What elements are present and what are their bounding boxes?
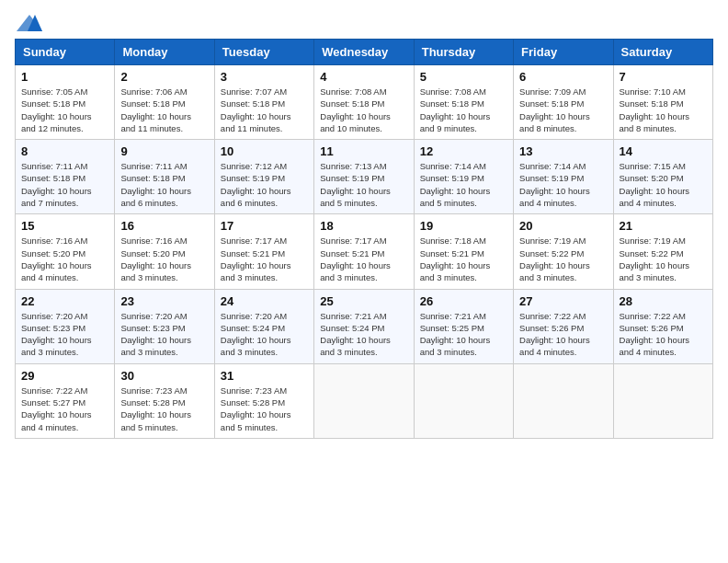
day-number: 15 — [21, 219, 108, 233]
day-number: 8 — [21, 144, 108, 158]
calendar-day-cell: 21Sunrise: 7:19 AM Sunset: 5:22 PM Dayli… — [613, 214, 712, 289]
calendar-day-cell: 17Sunrise: 7:17 AM Sunset: 5:21 PM Dayli… — [214, 214, 313, 289]
day-info: Sunrise: 7:15 AM Sunset: 5:20 PM Dayligh… — [620, 160, 707, 209]
day-info: Sunrise: 7:10 AM Sunset: 5:18 PM Dayligh… — [620, 86, 707, 134]
calendar-day-cell — [514, 363, 613, 438]
day-info: Sunrise: 7:23 AM Sunset: 5:28 PM Dayligh… — [120, 385, 208, 433]
calendar-day-cell: 27Sunrise: 7:22 AM Sunset: 5:26 PM Dayli… — [514, 289, 613, 363]
calendar-day-cell: 5Sunrise: 7:08 AM Sunset: 5:18 PM Daylig… — [414, 65, 513, 140]
calendar-day-cell: 3Sunrise: 7:07 AM Sunset: 5:18 PM Daylig… — [214, 65, 313, 140]
day-number: 5 — [420, 70, 507, 84]
calendar-header-row: SundayMondayTuesdayWednesdayThursdayFrid… — [16, 40, 713, 65]
logo — [15, 15, 42, 31]
calendar-day-cell: 25Sunrise: 7:21 AM Sunset: 5:24 PM Dayli… — [314, 289, 414, 363]
calendar-day-cell: 26Sunrise: 7:21 AM Sunset: 5:25 PM Dayli… — [414, 289, 513, 363]
day-number: 13 — [519, 144, 607, 158]
day-info: Sunrise: 7:16 AM Sunset: 5:20 PM Dayligh… — [21, 235, 108, 283]
calendar-day-cell: 10Sunrise: 7:12 AM Sunset: 5:19 PM Dayli… — [214, 140, 313, 214]
day-info: Sunrise: 7:05 AM Sunset: 5:18 PM Dayligh… — [21, 86, 108, 134]
calendar-day-cell: 4Sunrise: 7:08 AM Sunset: 5:18 PM Daylig… — [314, 65, 414, 140]
day-info: Sunrise: 7:06 AM Sunset: 5:18 PM Dayligh… — [120, 86, 208, 134]
calendar-day-cell: 2Sunrise: 7:06 AM Sunset: 5:18 PM Daylig… — [115, 65, 214, 140]
day-info: Sunrise: 7:21 AM Sunset: 5:25 PM Dayligh… — [420, 310, 507, 359]
calendar-day-cell: 13Sunrise: 7:14 AM Sunset: 5:19 PM Dayli… — [514, 140, 613, 214]
weekday-header: Friday — [514, 40, 613, 65]
calendar-day-cell: 12Sunrise: 7:14 AM Sunset: 5:19 PM Dayli… — [414, 140, 513, 214]
calendar-day-cell: 30Sunrise: 7:23 AM Sunset: 5:28 PM Dayli… — [115, 363, 214, 438]
day-info: Sunrise: 7:20 AM Sunset: 5:24 PM Dayligh… — [221, 310, 308, 359]
day-info: Sunrise: 7:22 AM Sunset: 5:27 PM Dayligh… — [21, 385, 108, 433]
day-number: 30 — [120, 369, 208, 383]
weekday-header: Wednesday — [314, 40, 414, 65]
calendar-day-cell: 7Sunrise: 7:10 AM Sunset: 5:18 PM Daylig… — [613, 65, 712, 140]
calendar-week-row: 8Sunrise: 7:11 AM Sunset: 5:18 PM Daylig… — [16, 140, 713, 214]
day-number: 6 — [519, 70, 607, 84]
calendar-day-cell: 31Sunrise: 7:23 AM Sunset: 5:28 PM Dayli… — [214, 363, 313, 438]
day-info: Sunrise: 7:13 AM Sunset: 5:19 PM Dayligh… — [320, 160, 407, 209]
calendar-day-cell: 23Sunrise: 7:20 AM Sunset: 5:23 PM Dayli… — [115, 289, 214, 363]
day-info: Sunrise: 7:16 AM Sunset: 5:20 PM Dayligh… — [120, 235, 208, 283]
day-number: 20 — [519, 219, 607, 233]
day-number: 16 — [120, 219, 208, 233]
calendar-day-cell: 29Sunrise: 7:22 AM Sunset: 5:27 PM Dayli… — [16, 363, 115, 438]
day-info: Sunrise: 7:20 AM Sunset: 5:23 PM Dayligh… — [120, 310, 208, 359]
calendar-day-cell: 20Sunrise: 7:19 AM Sunset: 5:22 PM Dayli… — [514, 214, 613, 289]
calendar-week-row: 29Sunrise: 7:22 AM Sunset: 5:27 PM Dayli… — [16, 363, 713, 438]
day-info: Sunrise: 7:19 AM Sunset: 5:22 PM Dayligh… — [620, 235, 707, 283]
calendar-day-cell — [314, 363, 414, 438]
calendar-day-cell — [613, 363, 712, 438]
calendar-week-row: 15Sunrise: 7:16 AM Sunset: 5:20 PM Dayli… — [16, 214, 713, 289]
day-info: Sunrise: 7:23 AM Sunset: 5:28 PM Dayligh… — [221, 385, 308, 433]
day-info: Sunrise: 7:14 AM Sunset: 5:19 PM Dayligh… — [420, 160, 507, 209]
day-number: 1 — [21, 70, 108, 84]
calendar-week-row: 1Sunrise: 7:05 AM Sunset: 5:18 PM Daylig… — [16, 65, 713, 140]
calendar-day-cell: 16Sunrise: 7:16 AM Sunset: 5:20 PM Dayli… — [115, 214, 214, 289]
calendar-day-cell: 24Sunrise: 7:20 AM Sunset: 5:24 PM Dayli… — [214, 289, 313, 363]
day-info: Sunrise: 7:20 AM Sunset: 5:23 PM Dayligh… — [21, 310, 108, 359]
weekday-header: Tuesday — [214, 40, 313, 65]
calendar-day-cell: 19Sunrise: 7:18 AM Sunset: 5:21 PM Dayli… — [414, 214, 513, 289]
calendar-day-cell: 15Sunrise: 7:16 AM Sunset: 5:20 PM Dayli… — [16, 214, 115, 289]
day-number: 12 — [420, 144, 507, 158]
calendar-day-cell: 22Sunrise: 7:20 AM Sunset: 5:23 PM Dayli… — [16, 289, 115, 363]
calendar-day-cell — [414, 363, 513, 438]
day-number: 24 — [221, 294, 308, 308]
weekday-header: Monday — [115, 40, 214, 65]
day-info: Sunrise: 7:19 AM Sunset: 5:22 PM Dayligh… — [519, 235, 607, 283]
day-number: 19 — [420, 219, 507, 233]
calendar-table: SundayMondayTuesdayWednesdayThursdayFrid… — [15, 39, 713, 439]
day-number: 2 — [120, 70, 208, 84]
calendar-day-cell: 28Sunrise: 7:22 AM Sunset: 5:26 PM Dayli… — [613, 289, 712, 363]
day-number: 29 — [21, 369, 108, 383]
calendar-day-cell: 9Sunrise: 7:11 AM Sunset: 5:18 PM Daylig… — [115, 140, 214, 214]
day-number: 4 — [320, 70, 407, 84]
day-info: Sunrise: 7:11 AM Sunset: 5:18 PM Dayligh… — [21, 160, 108, 209]
day-number: 17 — [221, 219, 308, 233]
calendar-day-cell: 18Sunrise: 7:17 AM Sunset: 5:21 PM Dayli… — [314, 214, 414, 289]
day-number: 14 — [620, 144, 707, 158]
weekday-header: Thursday — [414, 40, 513, 65]
weekday-header: Saturday — [613, 40, 712, 65]
calendar-day-cell: 6Sunrise: 7:09 AM Sunset: 5:18 PM Daylig… — [514, 65, 613, 140]
day-info: Sunrise: 7:22 AM Sunset: 5:26 PM Dayligh… — [620, 310, 707, 359]
day-info: Sunrise: 7:17 AM Sunset: 5:21 PM Dayligh… — [221, 235, 308, 283]
day-number: 28 — [620, 294, 707, 308]
calendar-day-cell: 1Sunrise: 7:05 AM Sunset: 5:18 PM Daylig… — [16, 65, 115, 140]
calendar-week-row: 22Sunrise: 7:20 AM Sunset: 5:23 PM Dayli… — [16, 289, 713, 363]
day-info: Sunrise: 7:18 AM Sunset: 5:21 PM Dayligh… — [420, 235, 507, 283]
day-number: 3 — [221, 70, 308, 84]
day-info: Sunrise: 7:08 AM Sunset: 5:18 PM Dayligh… — [420, 86, 507, 134]
day-info: Sunrise: 7:14 AM Sunset: 5:19 PM Dayligh… — [519, 160, 607, 209]
day-info: Sunrise: 7:22 AM Sunset: 5:26 PM Dayligh… — [519, 310, 607, 359]
weekday-header: Sunday — [16, 40, 115, 65]
calendar-day-cell: 14Sunrise: 7:15 AM Sunset: 5:20 PM Dayli… — [613, 140, 712, 214]
logo-icon — [17, 15, 42, 31]
day-number: 21 — [620, 219, 707, 233]
day-info: Sunrise: 7:11 AM Sunset: 5:18 PM Dayligh… — [120, 160, 208, 209]
day-info: Sunrise: 7:07 AM Sunset: 5:18 PM Dayligh… — [221, 86, 308, 134]
day-info: Sunrise: 7:12 AM Sunset: 5:19 PM Dayligh… — [221, 160, 308, 209]
day-number: 27 — [519, 294, 607, 308]
calendar-day-cell: 8Sunrise: 7:11 AM Sunset: 5:18 PM Daylig… — [16, 140, 115, 214]
day-number: 22 — [21, 294, 108, 308]
day-number: 7 — [620, 70, 707, 84]
